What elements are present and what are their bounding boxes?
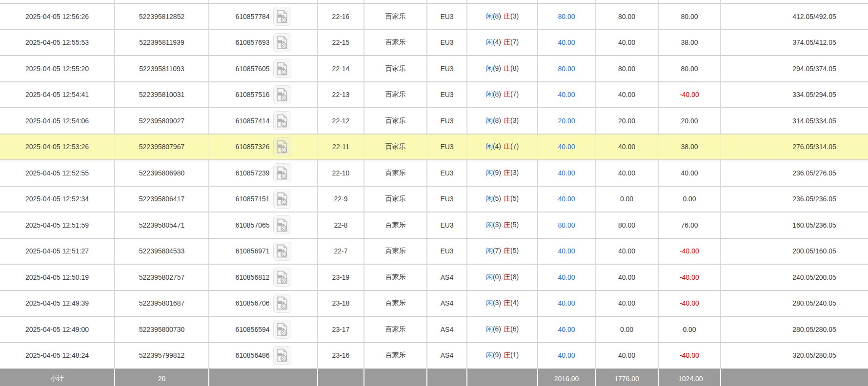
table-code: EU3 (427, 56, 467, 82)
result-cell: 闲(7)庄(5) (467, 238, 538, 265)
video-replay-icon (276, 270, 288, 284)
video-replay-button[interactable] (273, 85, 291, 104)
bet-amount-link[interactable]: 80.00 (538, 212, 595, 238)
table-code: EU3 (427, 186, 467, 212)
round-number: 22-16 (318, 3, 364, 30)
table-row: 2025-04-05 12:50:19 522395802757 6108568… (0, 264, 868, 290)
banker-result-label: 庄 (504, 64, 510, 72)
video-replay-button[interactable] (273, 163, 291, 182)
result-cell: 闲(3)庄(4) (467, 290, 538, 317)
video-replay-button[interactable] (273, 215, 291, 234)
game-id: 610856706 (235, 299, 269, 307)
table-row: 2025-04-05 12:54:06 522395809027 6108574… (0, 108, 868, 134)
table-row: 2025-04-05 12:49:00 522395800730 6108565… (0, 316, 868, 343)
result-cell: 闲(3)庄(5) (467, 212, 538, 238)
bet-amount-link[interactable]: 40.00 (538, 343, 595, 369)
game-id-cell: 610857784 (209, 3, 318, 30)
bet-amount-link[interactable]: 40.00 (538, 82, 595, 108)
balance: 294.05/374.05 (721, 56, 868, 82)
subtotal-count: 20 (115, 368, 209, 386)
bet-amount-link[interactable]: 40.00 (538, 160, 595, 186)
banker-result-label: 庄 (504, 273, 510, 281)
game-id-cell: 610857516 (209, 82, 318, 108)
result-cell: 闲(4)庄(7) (467, 30, 538, 56)
video-replay-button[interactable] (273, 294, 291, 313)
video-replay-icon (276, 36, 288, 49)
player-result-label: 闲 (486, 169, 493, 176)
video-replay-button[interactable] (273, 137, 291, 156)
video-replay-button[interactable] (273, 268, 291, 287)
game-id-cell: 610856486 (209, 343, 318, 369)
bet-amount-link[interactable]: 40.00 (538, 290, 595, 317)
balance: 200.05/160.05 (721, 238, 868, 265)
table-code: EU3 (427, 108, 467, 134)
win-loss-amount: 0.00 (658, 316, 721, 343)
clipped-cell (595, 0, 658, 3)
video-replay-button[interactable] (273, 33, 291, 52)
subtotal-row: 小计 20 2016.00 1776.00 -1024.00 (0, 368, 868, 386)
balance: 236.05/236.05 (721, 186, 868, 212)
table-code: EU3 (427, 30, 467, 56)
bet-time: 2025-04-05 12:55:53 (0, 30, 115, 56)
bet-amount-link[interactable]: 40.00 (538, 316, 595, 343)
table-row: 2025-04-05 12:52:34 522395806417 6108571… (0, 186, 868, 212)
clipped-cell (0, 0, 115, 3)
game-name: 百家乐 (364, 212, 427, 238)
game-id: 610856812 (235, 273, 269, 281)
video-replay-icon (276, 166, 288, 180)
video-replay-button[interactable] (273, 59, 291, 78)
bet-amount-link[interactable]: 40.00 (538, 238, 595, 265)
order-number: 522395804533 (115, 238, 209, 265)
player-result-label: 闲 (486, 38, 493, 46)
bet-amount-link[interactable]: 80.00 (538, 3, 595, 30)
round-number: 22-11 (318, 134, 364, 160)
result-cell: 闲(6)庄(6) (467, 316, 538, 343)
game-name: 百家乐 (364, 56, 427, 82)
subtotal-label: 小计 (0, 368, 115, 386)
video-replay-button[interactable] (273, 7, 291, 26)
banker-result-score: (8) (510, 273, 519, 281)
game-name: 百家乐 (364, 3, 427, 30)
win-loss-amount: -40.00 (658, 264, 721, 290)
valid-bet-amount: 80.00 (595, 56, 658, 82)
win-loss-amount: 38.00 (658, 30, 721, 56)
order-number: 522395800730 (115, 316, 209, 343)
banker-result-label: 庄 (504, 38, 510, 46)
balance: 280.05/280.05 (721, 316, 868, 343)
banker-result-score: (4) (510, 299, 519, 307)
player-result-score: (7) (493, 247, 501, 254)
valid-bet-amount: 20.00 (595, 108, 658, 134)
banker-result-label: 庄 (504, 299, 510, 307)
player-result-label: 闲 (486, 247, 493, 254)
video-replay-button[interactable] (273, 320, 291, 339)
bet-amount-link[interactable]: 80.00 (538, 56, 595, 82)
order-number: 522395805471 (115, 212, 209, 238)
clipped-cell (318, 0, 364, 3)
video-replay-button[interactable] (273, 346, 291, 365)
balance: 276.05/314.05 (721, 134, 868, 160)
table-row: 2025-04-05 12:51:27 522395804533 6108569… (0, 238, 868, 265)
bet-amount-link[interactable]: 40.00 (538, 186, 595, 212)
bet-amount-link[interactable]: 40.00 (538, 30, 595, 56)
game-id: 610857239 (235, 169, 269, 177)
video-replay-button[interactable] (273, 242, 291, 261)
balance: 320.05/280.05 (721, 343, 868, 369)
banker-result-label: 庄 (504, 90, 510, 98)
video-replay-button[interactable] (273, 111, 291, 130)
valid-bet-amount: 40.00 (595, 238, 658, 265)
video-replay-icon (276, 218, 288, 232)
table-code: EU3 (427, 82, 467, 108)
table-row: 2025-04-05 12:48:24 522395799812 6108564… (0, 343, 868, 369)
bet-amount-link[interactable]: 40.00 (538, 134, 595, 160)
video-replay-icon (276, 192, 288, 206)
balance: 314.05/334.05 (721, 108, 868, 134)
banker-result-label: 庄 (504, 351, 510, 359)
video-replay-button[interactable] (273, 190, 291, 209)
bet-amount-link[interactable]: 20.00 (538, 108, 595, 134)
bet-amount-link[interactable]: 40.00 (538, 264, 595, 290)
game-id: 610856486 (235, 351, 269, 359)
player-result-score: (9) (493, 64, 501, 72)
round-number: 23-17 (318, 316, 364, 343)
video-replay-icon (276, 10, 288, 23)
bet-records-viewport: 2025-04-05 12:56:26 522395812852 6108577… (0, 0, 868, 386)
